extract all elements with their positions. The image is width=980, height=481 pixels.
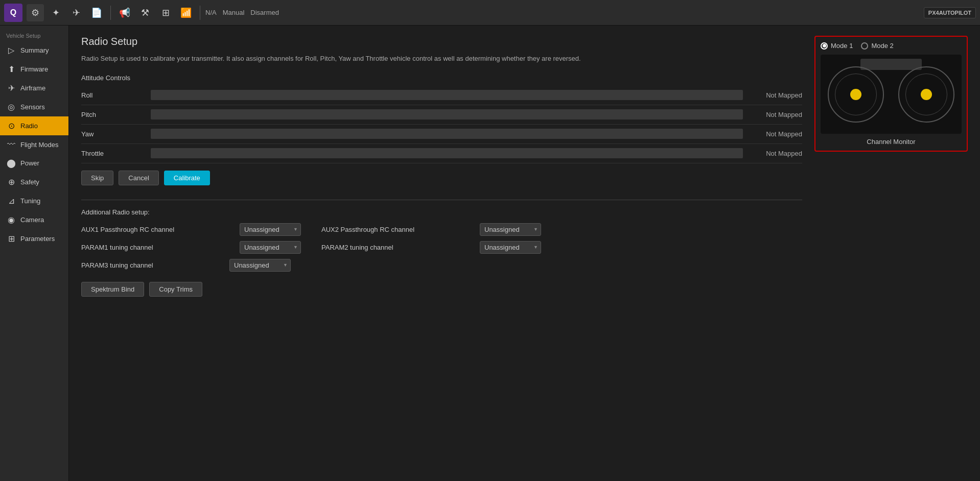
camera-icon: ◉	[6, 215, 16, 225]
param2-label: PARAM2 tuning channel	[321, 244, 475, 251]
radio-icon: ⊙	[6, 121, 16, 131]
aux1-row: AUX1 Passthrough RC channel Unassigned C…	[81, 223, 301, 236]
param3-select[interactable]: Unassigned Channel 1Channel 2	[229, 259, 291, 272]
toolbar: Q ⚙ ✦ ✈ 📄 📢 ⚒ ⊞ 📶 N/A Manual Disarmed PX…	[0, 0, 980, 26]
param2-row: PARAM2 tuning channel Unassigned Channel…	[321, 241, 541, 254]
waypoint-icon-btn[interactable]: ✦	[47, 4, 64, 21]
flight-modes-icon: 〰	[6, 140, 16, 149]
sidebar-item-safety[interactable]: ⊕ Safety	[0, 173, 68, 191]
sidebar-item-parameters[interactable]: ⊞ Parameters	[0, 229, 68, 248]
right-joystick	[898, 66, 954, 123]
sidebar-item-power[interactable]: ⬤ Power	[0, 154, 68, 173]
joystick-area	[821, 55, 962, 134]
aux2-select-wrapper: Unassigned Channel 1Channel 2	[480, 223, 541, 236]
left-joystick-dot	[850, 89, 861, 100]
aux1-select[interactable]: Unassigned Channel 1Channel 2Channel 3 C…	[240, 223, 301, 236]
param1-row: PARAM1 tuning channel Unassigned Channel…	[81, 241, 301, 254]
send-icon-btn[interactable]: ✈	[67, 4, 85, 21]
mode1-radio	[821, 42, 828, 50]
px4-logo: PX4AUTOPILOT	[924, 7, 976, 18]
sidebar-section-label: Vehicle Setup	[0, 30, 68, 41]
power-icon: ⬤	[6, 158, 16, 168]
sidebar-label-summary: Summary	[20, 46, 49, 54]
channel-monitor-label: Channel Monitor	[821, 138, 962, 146]
copy-trims-button[interactable]: Copy Trims	[149, 282, 202, 297]
sidebar-label-tuning: Tuning	[20, 197, 40, 205]
page-title: Radio Setup	[81, 36, 802, 47]
yaw-value: Not Mapped	[751, 130, 802, 138]
left-joystick	[828, 66, 884, 123]
calibration-button-row: Skip Cancel Calibrate	[81, 171, 802, 185]
sidebar-label-flight-modes: Flight Modes	[20, 141, 58, 149]
safety-icon: ⊕	[6, 177, 16, 187]
section-divider	[81, 200, 802, 200]
attitude-row-roll: Roll Not Mapped	[81, 86, 802, 105]
yaw-bar	[151, 129, 743, 139]
throttle-bar	[151, 148, 743, 158]
mode2-option[interactable]: Mode 2	[861, 42, 893, 50]
signal-icon-btn[interactable]: 📶	[177, 4, 195, 21]
mode-selector: Mode 1 Mode 2	[821, 42, 962, 50]
additional-radio-title: Additional Radio setup:	[81, 208, 802, 216]
tools-icon-btn[interactable]: ⚒	[136, 4, 154, 21]
spektrum-bind-button[interactable]: Spektrum Bind	[81, 282, 144, 297]
grid-icon-btn[interactable]: ⊞	[157, 4, 174, 21]
mode2-radio	[861, 42, 868, 50]
attitude-controls-table: Roll Not Mapped Pitch Not Mapped Yaw Not…	[81, 86, 802, 163]
mode-label: Manual	[223, 9, 245, 16]
roll-value: Not Mapped	[751, 91, 802, 99]
param3-row: PARAM3 tuning channel Unassigned Channel…	[81, 259, 802, 272]
tuning-icon: ⊿	[6, 196, 16, 206]
sidebar-item-flight-modes[interactable]: 〰 Flight Modes	[0, 135, 68, 154]
param1-label: PARAM1 tuning channel	[81, 244, 235, 251]
aux2-select[interactable]: Unassigned Channel 1Channel 2	[480, 223, 541, 236]
app-logo[interactable]: Q	[4, 4, 22, 22]
throttle-value: Not Mapped	[751, 150, 802, 157]
right-joystick-dot	[921, 89, 932, 100]
roll-bar	[151, 90, 743, 100]
aux1-select-wrapper: Unassigned Channel 1Channel 2Channel 3 C…	[240, 223, 301, 236]
sidebar-item-camera[interactable]: ◉ Camera	[0, 210, 68, 229]
megaphone-icon-btn[interactable]: 📢	[116, 4, 133, 21]
sidebar-item-tuning[interactable]: ⊿ Tuning	[0, 191, 68, 210]
action-buttons: Spektrum Bind Copy Trims	[81, 282, 802, 297]
param1-select-wrapper: Unassigned Channel 1Channel 2	[240, 241, 301, 254]
additional-radio-grid: AUX1 Passthrough RC channel Unassigned C…	[81, 223, 541, 254]
skip-button[interactable]: Skip	[81, 171, 113, 185]
document-icon-btn[interactable]: 📄	[88, 4, 105, 21]
sidebar: Vehicle Setup ▷ Summary ⬆ Firmware ✈ Air…	[0, 26, 69, 481]
param1-select[interactable]: Unassigned Channel 1Channel 2	[240, 241, 301, 254]
sidebar-item-radio[interactable]: ⊙ Radio	[0, 116, 68, 135]
attitude-row-pitch: Pitch Not Mapped	[81, 105, 802, 125]
calibrate-button[interactable]: Calibrate	[164, 171, 210, 185]
cancel-button[interactable]: Cancel	[119, 171, 158, 185]
toolbar-divider-2	[200, 6, 200, 20]
attitude-row-yaw: Yaw Not Mapped	[81, 125, 802, 144]
sidebar-label-safety: Safety	[20, 178, 39, 186]
mode1-label: Mode 1	[831, 42, 853, 50]
attitude-row-throttle: Throttle Not Mapped	[81, 144, 802, 163]
param2-select[interactable]: Unassigned Channel 1Channel 2	[480, 241, 541, 254]
settings-icon-btn[interactable]: ⚙	[27, 4, 44, 21]
sidebar-label-power: Power	[20, 159, 39, 167]
sidebar-item-sensors[interactable]: ◎ Sensors	[0, 98, 68, 116]
page-description: Radio Setup is used to calibrate your tr…	[81, 54, 633, 64]
toolbar-icons: ⚙ ✦ ✈ 📄 📢 ⚒ ⊞ 📶 N/A Manual Disarmed	[27, 4, 924, 21]
sidebar-label-parameters: Parameters	[20, 235, 55, 243]
param3-label: PARAM3 tuning channel	[81, 261, 224, 269]
toolbar-status: N/A Manual Disarmed	[205, 9, 279, 16]
sensors-icon: ◎	[6, 102, 16, 112]
sidebar-label-airframe: Airframe	[20, 84, 45, 92]
sidebar-item-summary[interactable]: ▷ Summary	[0, 41, 68, 60]
sidebar-item-firmware[interactable]: ⬆ Firmware	[0, 60, 68, 79]
parameters-icon: ⊞	[6, 234, 16, 244]
content-main: Radio Setup Radio Setup is used to calib…	[81, 36, 802, 471]
sidebar-label-camera: Camera	[20, 216, 44, 224]
mode1-option[interactable]: Mode 1	[821, 42, 853, 50]
aux2-label: AUX2 Passthrough RC channel	[321, 226, 475, 233]
sidebar-item-airframe[interactable]: ✈ Airframe	[0, 79, 68, 98]
aux1-label: AUX1 Passthrough RC channel	[81, 226, 235, 233]
sidebar-label-radio: Radio	[20, 122, 38, 130]
sidebar-label-sensors: Sensors	[20, 103, 45, 111]
pitch-bar	[151, 109, 743, 119]
